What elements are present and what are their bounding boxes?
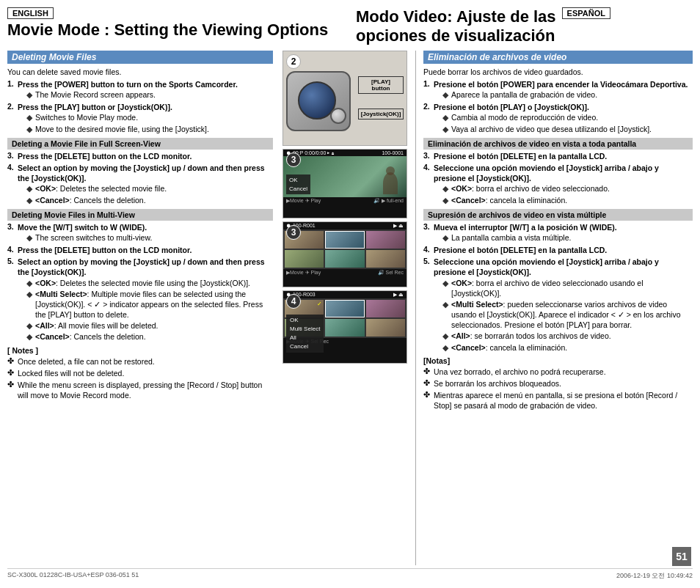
- en-step-3m-bullet-1: ◆ The screen switches to multi-view.: [26, 232, 152, 243]
- es-step-5m-num: 5.: [423, 257, 434, 353]
- es-note-1: ✤ Una vez borrado, el archivo no podrá r…: [423, 367, 693, 377]
- bullet-diamond-1: ◆: [26, 89, 35, 100]
- es-note-3: ✤ Mientras aparece el menú en pantalla, …: [423, 390, 693, 411]
- en-step-4-num: 4.: [7, 163, 18, 206]
- en-step-3m-num: 3.: [7, 222, 18, 243]
- bullet-d7: ◆: [26, 278, 35, 288]
- es-step-5m-b2: ◆ <Multi Select>: pueden seleccionarse v…: [442, 299, 693, 331]
- es-b5: ◆: [442, 195, 451, 205]
- es-sub-fullscreen: Eliminación de archivos de video en vist…: [423, 138, 693, 150]
- en-note-2: ✤ Locked files will not be deleted.: [7, 368, 273, 378]
- multiselect-label-4: Multi Select: [290, 326, 320, 332]
- es-step-1-num: 1.: [423, 79, 434, 100]
- en-note-3: ✤ While the menu screen is displayed, pr…: [7, 380, 273, 400]
- thumb-5: [366, 250, 405, 268]
- en-step-3m-bullet-1-text: The screen switches to multi-view.: [35, 232, 152, 243]
- en-note-3-text: While the menu screen is displayed, pres…: [18, 380, 273, 400]
- es-step-2-b1: ◆ Cambia al modo de reproducción de vide…: [442, 112, 652, 122]
- es-note-1-text: Una vez borrado, el archivo no podrá rec…: [434, 367, 606, 377]
- es-step-2-b1-text: Cambia al modo de reproducción de video.: [451, 112, 598, 122]
- bullet-d10: ◆: [26, 331, 35, 342]
- es-b10: ◆: [442, 342, 451, 353]
- thumb-4-4: [325, 319, 364, 337]
- section-deleting-es: Eliminación de archivos de video: [423, 51, 693, 64]
- video-status-bar-3b: ⏺ 100-R001 ▶ ⏏: [283, 222, 406, 229]
- es-step-5m: 5. Seleccione una opción moviendo el [Jo…: [423, 257, 693, 353]
- bullet-diamond-3: ◆: [26, 124, 35, 134]
- right-column: Eliminación de archivos de video Puede b…: [420, 51, 693, 565]
- en-step-4m: 4. Press the [DELETE] button on the LCD …: [7, 245, 273, 255]
- en-step-1-content: Press the [POWER] button to turn on the …: [18, 79, 238, 100]
- cancel-label-3a: Cancel: [289, 185, 307, 192]
- footer: SC-X300L 01228C-IB-USA+ESP 036-051 51 20…: [7, 568, 693, 581]
- note-sym-3: ✤: [7, 380, 18, 400]
- en-step-2-bullet-2: ◆ Move to the desired movie file, using …: [26, 124, 209, 134]
- image-step4: 4 ⏺ 100-R003 ▶ ⏏ ✓: [282, 290, 407, 364]
- es-step-1-b1-text: Aparece la pantalla de grabación de vide…: [451, 89, 597, 100]
- en-note-1: ✤ Once deleted, a file can not be restor…: [7, 356, 273, 367]
- en-step-1: 1. Press the [POWER] button to turn on t…: [7, 79, 273, 100]
- es-step-4-content: Seleccione una opción moviendo el [Joyst…: [434, 163, 693, 206]
- video-bottom-bar-3b: ▶Movie ✈ Play 🔊 Sel Rec: [283, 269, 406, 276]
- es-b6: ◆: [442, 232, 451, 243]
- es-step-4m-num: 4.: [423, 245, 434, 255]
- bullet-diamond-5: ◆: [26, 195, 35, 205]
- es-step-5m-b1-text: <OK>: borra el archivo de video seleccio…: [451, 278, 693, 298]
- en-step-5m-b3-text: <All>: All movie files will be deleted.: [35, 320, 158, 331]
- es-step-1-b1: ◆ Aparece la pantalla de grabación de vi…: [442, 89, 688, 100]
- spanish-title-line1: Modo Video: Ajuste de las: [356, 7, 556, 26]
- ok-label-3a: OK: [289, 177, 298, 183]
- video-bottom-bar-3a: ▶Movie ✈ Play 🔊 ▶ full-end: [283, 197, 406, 205]
- es-step-5m-b4: ◆ <Cancel>: cancela la eliminación.: [442, 342, 693, 353]
- bullet-diamond-2: ◆: [26, 112, 35, 122]
- english-intro: You can delete saved movie files.: [7, 67, 273, 77]
- left-header: ENGLISH Movie Mode : Setting the Viewing…: [7, 7, 356, 40]
- es-note-3-text: Mientras aparece el menú en pantalla, si…: [434, 390, 693, 411]
- en-note-2-text: Locked files will not be deleted.: [18, 368, 124, 378]
- en-step-2-bullet-2-text: Move to the desired movie file, using th…: [35, 124, 209, 134]
- es-step-2-b2: ◆ Vaya al archivo de video que desea uti…: [442, 124, 652, 134]
- thumb-4-1: [325, 300, 364, 317]
- es-b1: ◆: [442, 89, 451, 100]
- footer-left: SC-X300L 01228C-IB-USA+ESP 036-051 51: [7, 571, 139, 581]
- es-step-5m-b3-text: <All>: se borrarán todos los archivos de…: [451, 331, 611, 341]
- play-button-label: [PLAY]button: [358, 76, 404, 94]
- step-badge-3a: 3: [286, 152, 301, 167]
- es-b8: ◆: [442, 299, 451, 331]
- es-step-4-b2-text: <Cancel>: cancela la eliminación.: [451, 195, 567, 205]
- es-step-4m-content: Presione el botón [DELETE] en la pantall…: [434, 245, 607, 255]
- en-sub-multiview: Deleting Movie Files in Multi-View: [7, 209, 273, 221]
- espanol-badge: ESPAÑOL: [562, 7, 610, 19]
- es-step-1: 1. Presione el botón [POWER] para encend…: [423, 79, 693, 100]
- thumb-4-2: [366, 300, 405, 317]
- es-step-3m-content: Mueva el interruptor [W/T] a la posición…: [434, 222, 617, 243]
- es-note-2-text: Se borrarán los archivos bloqueados.: [434, 378, 561, 389]
- thumb-2: [366, 231, 405, 249]
- step-badge-3b: 3: [286, 225, 301, 240]
- thumb-4: [325, 250, 364, 268]
- en-step-5m-bullet-4: ◆ <Cancel>: Cancels the deletion.: [26, 331, 273, 342]
- es-step-2-content: Presione el botón [PLAY] o [Joystick(OK)…: [434, 102, 652, 135]
- right-header: Modo Video: Ajuste de las opciones de vi…: [356, 7, 693, 46]
- en-step-5m-num: 5.: [7, 257, 18, 342]
- en-step-1-bullet-1-text: The Movie Record screen appears.: [35, 89, 156, 100]
- ok-cancel-overlay-3a: OK Cancel: [286, 174, 310, 194]
- es-notes-header: [Notas]: [423, 356, 693, 365]
- cancel-label-4: Cancel: [290, 343, 308, 350]
- header-row: ENGLISH Movie Mode : Setting the Viewing…: [7, 7, 693, 46]
- spanish-title-line2: opciones de visualización: [356, 26, 556, 45]
- image-step3b: 3 ⏺ 100-R001 ▶ ⏏ ▶Movie ✈ Play: [282, 221, 407, 287]
- en-step-3: 3. Press the [DELETE] button on the LCD …: [7, 151, 273, 161]
- english-badge: ENGLISH: [7, 7, 54, 19]
- en-step-3-num: 3.: [7, 151, 18, 161]
- en-step-4: 4. Select an option by moving the [Joyst…: [7, 163, 273, 206]
- en-sub-fullscreen: Deleting a Movie File in Full Screen-Vie…: [7, 138, 273, 150]
- es-step-3m-b1: ◆ La pantalla cambia a vista múltiple.: [442, 232, 617, 243]
- es-step-4-b1-text: <OK>: borra el archivo de video seleccio…: [451, 183, 610, 194]
- spanish-title-block: Modo Video: Ajuste de las opciones de vi…: [356, 7, 610, 46]
- en-step-5m-bullet-2: ◆ <Multi Select>: Multiple movie files c…: [26, 289, 273, 320]
- en-step-2-num: 2.: [7, 102, 18, 135]
- es-step-2-b2-text: Vaya al archivo de video que desea utili…: [451, 124, 652, 134]
- en-step-4-bullet-1-text: <OK>: Deletes the selected movie file.: [35, 183, 167, 194]
- section-deleting-en: Deleting Movie Files: [7, 51, 273, 64]
